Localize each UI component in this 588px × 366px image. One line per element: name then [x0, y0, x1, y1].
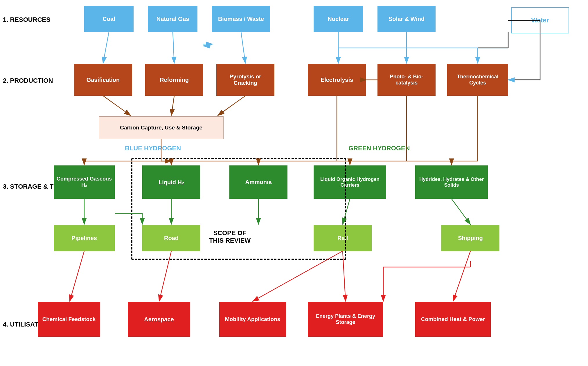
svg-line-7	[241, 32, 245, 63]
green-hydrogen-label: GREEN HYDROGEN	[348, 145, 410, 152]
photo-bio-box: Photo- & Bio-catalysis	[377, 64, 436, 96]
mobility-box: Mobility Applications	[219, 302, 286, 337]
svg-line-23	[218, 96, 245, 116]
scope-dashed-box	[131, 158, 346, 260]
chemical-feedstock-box: Chemical Feedstock	[38, 302, 100, 337]
diagram-container: 1. RESOURCES 2. PRODUCTION 3. STORAGE & …	[0, 0, 588, 366]
blue-hydrogen-label: BLUE HYDROGEN	[125, 145, 181, 152]
svg-line-6	[173, 32, 174, 63]
pyrolysis-box: Pyrolysis or Cracking	[216, 64, 274, 96]
biomass-waste-box: Biomass / Waste	[212, 6, 270, 32]
solar-wind-box: Solar & Wind	[377, 6, 436, 32]
aerospace-box: Aerospace	[128, 302, 190, 337]
thermochemical-box: Thermochemical Cycles	[447, 64, 508, 96]
ccus-box: Carbon Capture, Use & Storage	[99, 116, 224, 139]
svg-line-43	[70, 251, 84, 301]
svg-line-5	[103, 32, 109, 63]
section-production: 2. PRODUCTION	[3, 77, 53, 84]
electrolysis-box: Electrolysis	[308, 64, 366, 96]
svg-line-21	[103, 96, 131, 116]
reforming-box: Reforming	[145, 64, 203, 96]
svg-line-42	[452, 199, 470, 224]
svg-line-47	[453, 251, 470, 301]
energy-plants-box: Energy Plants & Energy Storage	[308, 302, 383, 337]
compressed-h2-box: Compressed Gaseous H₂	[54, 165, 115, 199]
coal-box: Coal	[84, 6, 134, 32]
svg-line-22	[171, 96, 174, 116]
water-box: Water	[511, 7, 569, 33]
combined-heat-box: Combined Heat & Power	[415, 302, 491, 337]
nuclear-box: Nuclear	[314, 6, 363, 32]
pipelines-box: Pipelines	[54, 225, 115, 251]
shipping-box: Shipping	[441, 225, 499, 251]
natural-gas-box: Natural Gas	[148, 6, 197, 32]
gasification-box: Gasification	[74, 64, 132, 96]
section-resources: 1. RESOURCES	[3, 16, 51, 24]
hydrides-box: Hydrides, Hydrates & Other Solids	[415, 165, 488, 199]
